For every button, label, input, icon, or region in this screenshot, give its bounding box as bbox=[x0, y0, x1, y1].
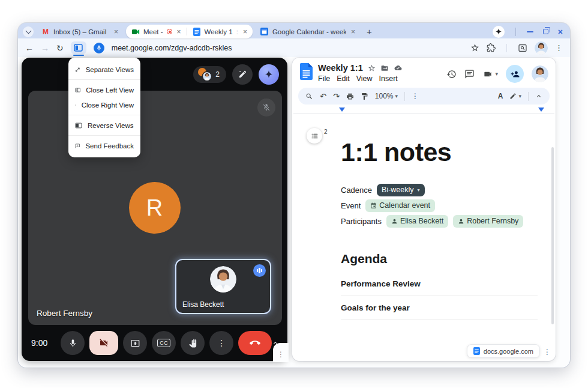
field-row: Participants Elisa Beckett Robert Fernsb… bbox=[341, 214, 538, 228]
comments-icon[interactable] bbox=[464, 69, 475, 79]
tab-docs[interactable]: Weekly 1 : × bbox=[187, 25, 253, 38]
meet-gemini-button[interactable] bbox=[259, 64, 279, 85]
gemini-button[interactable] bbox=[493, 26, 505, 38]
participant-initial-avatar: R bbox=[129, 182, 181, 234]
back-button[interactable]: ← bbox=[25, 44, 34, 52]
document-title[interactable]: 1:1 notes bbox=[341, 138, 538, 167]
tab-close-button[interactable]: × bbox=[114, 28, 118, 35]
markup-pen-icon[interactable]: A bbox=[498, 92, 503, 100]
agenda-item[interactable]: Performance Review bbox=[341, 271, 538, 296]
tab-label: Google Calendar - week of bbox=[272, 28, 346, 35]
right-margin-marker[interactable] bbox=[538, 108, 544, 112]
move-folder-icon[interactable] bbox=[380, 64, 389, 72]
menu-item-close-left-view[interactable]: Close Left View bbox=[68, 82, 140, 97]
version-history-icon[interactable] bbox=[446, 69, 457, 79]
chip-text: Robert Fernsby bbox=[467, 217, 518, 225]
new-tab-button[interactable]: + bbox=[367, 26, 372, 37]
avatar bbox=[210, 266, 236, 293]
send-feedback-icon bbox=[75, 142, 80, 150]
menu-file[interactable]: File bbox=[318, 74, 330, 83]
mic-icon bbox=[96, 45, 102, 51]
redo-icon[interactable]: ↷ bbox=[333, 92, 340, 101]
editing-mode-select[interactable]: ▾ bbox=[509, 92, 521, 100]
self-view-tile[interactable]: Elisa Beckett bbox=[175, 259, 271, 314]
minimize-button[interactable] bbox=[527, 31, 533, 32]
docs-profile-avatar[interactable] bbox=[532, 65, 548, 82]
mic-button[interactable] bbox=[61, 331, 85, 355]
divider bbox=[515, 28, 516, 36]
tab-close-button[interactable]: × bbox=[351, 28, 355, 35]
zoom-select[interactable]: 100% ▾ bbox=[375, 92, 398, 100]
left-margin-marker[interactable] bbox=[339, 108, 345, 112]
bookmark-star-icon[interactable] bbox=[470, 43, 479, 52]
raise-hand-button[interactable] bbox=[181, 331, 205, 355]
undo-icon[interactable]: ↶ bbox=[320, 92, 326, 101]
calendar-event-chip[interactable]: Calendar event bbox=[365, 199, 435, 212]
profile-avatar[interactable] bbox=[535, 41, 548, 55]
side-search-icon[interactable] bbox=[518, 43, 527, 53]
docs-menu-bar: File Edit View Insert bbox=[318, 74, 403, 83]
tab-meet[interactable]: Meet - × bbox=[126, 25, 187, 38]
extensions-icon[interactable] bbox=[487, 43, 496, 52]
tab-mic-indicator[interactable] bbox=[94, 43, 104, 53]
gemini-star-icon bbox=[264, 70, 274, 79]
captions-button[interactable]: CC bbox=[152, 331, 176, 355]
field-label: Event bbox=[341, 201, 361, 210]
menu-item-label: Close Right View bbox=[82, 102, 134, 109]
tab-gmail[interactable]: M Inbox (5) – Gmail × bbox=[36, 25, 124, 38]
calendar-favicon bbox=[260, 28, 269, 36]
browser-menu-button[interactable]: ⋮ bbox=[555, 43, 563, 52]
comment-indicator[interactable]: 2 bbox=[307, 128, 328, 144]
cadence-dropdown-chip[interactable]: Bi-weekly ▾ bbox=[377, 184, 425, 196]
menu-view[interactable]: View bbox=[356, 74, 373, 83]
menu-insert[interactable]: Insert bbox=[379, 74, 398, 83]
meta-fields: Cadence Bi-weekly ▾ Event Calendar event bbox=[341, 183, 538, 228]
split-view-button[interactable] bbox=[71, 41, 86, 54]
participants-pill[interactable]: 2 bbox=[193, 66, 226, 83]
address-bar-url[interactable]: meet.google.com/zdgv-adcdb-rskles bbox=[112, 44, 232, 52]
gmail-favicon: M bbox=[41, 28, 50, 36]
separate-views-icon bbox=[75, 66, 80, 73]
divider bbox=[506, 44, 507, 52]
reload-button[interactable]: ↻ bbox=[56, 44, 64, 52]
collapse-menus-button[interactable] bbox=[535, 92, 542, 100]
menu-item-reverse-views[interactable]: Reverse Views bbox=[68, 118, 140, 133]
present-button[interactable] bbox=[123, 331, 147, 355]
menu-item-send-feedback[interactable]: Send Feedback bbox=[68, 138, 140, 153]
pane-options-button[interactable]: ⋮ bbox=[544, 348, 551, 356]
tab-close-button[interactable]: × bbox=[177, 28, 181, 35]
share-button[interactable] bbox=[506, 65, 524, 83]
search-icon[interactable] bbox=[305, 92, 313, 100]
doc-title[interactable]: Weekly 1:1 bbox=[318, 63, 363, 73]
main-video-tile: R Robert Fernsby Elisa Beckett bbox=[28, 91, 282, 325]
close-window-button[interactable]: × bbox=[558, 28, 563, 36]
docs-favicon bbox=[193, 28, 201, 36]
person-chip[interactable]: Elisa Beckett bbox=[386, 215, 448, 228]
toolbar-overflow-button[interactable]: ⋮ bbox=[412, 92, 419, 100]
person-chip[interactable]: Robert Fernsby bbox=[453, 215, 523, 228]
join-call-button[interactable]: ▾ bbox=[482, 70, 498, 79]
pane-url-badge[interactable]: docs.google.com bbox=[467, 344, 540, 358]
scrollbar-thumb[interactable] bbox=[551, 147, 554, 324]
menu-item-close-right-view[interactable]: Close Right View bbox=[68, 97, 140, 112]
menu-edit[interactable]: Edit bbox=[337, 74, 350, 83]
tab-search-button[interactable] bbox=[23, 26, 34, 37]
cloud-saved-icon[interactable] bbox=[394, 64, 403, 71]
forward-button[interactable]: → bbox=[41, 44, 49, 52]
star-doc-icon[interactable] bbox=[368, 64, 376, 72]
field-label: Cadence bbox=[341, 186, 372, 195]
tab-calendar[interactable]: Google Calendar - week of × bbox=[255, 25, 361, 38]
restore-button[interactable] bbox=[543, 29, 548, 34]
agenda-item[interactable]: Goals for the year bbox=[341, 296, 538, 320]
camera-off-button[interactable] bbox=[89, 331, 118, 355]
more-options-button[interactable]: ⋮ bbox=[209, 331, 233, 355]
paint-format-icon[interactable] bbox=[361, 92, 368, 100]
speaking-indicator-icon bbox=[253, 264, 266, 277]
end-call-button[interactable] bbox=[238, 331, 272, 355]
annotate-button[interactable] bbox=[232, 64, 253, 85]
print-icon[interactable] bbox=[346, 92, 354, 100]
section-heading[interactable]: Agenda bbox=[341, 252, 538, 266]
split-divider-handle[interactable]: ⋮ bbox=[277, 350, 284, 359]
menu-item-separate-views[interactable]: Separate Views bbox=[68, 62, 140, 77]
tab-close-button[interactable]: × bbox=[243, 28, 247, 35]
